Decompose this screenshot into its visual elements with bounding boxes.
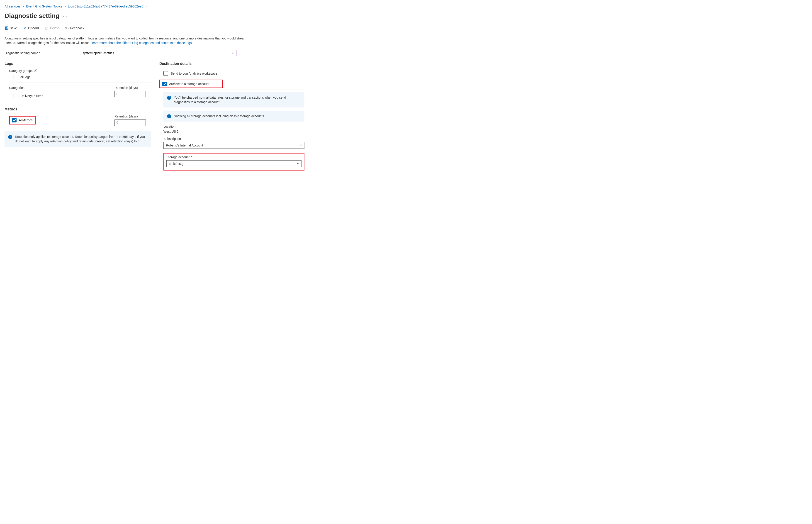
setting-name-input[interactable]	[80, 50, 236, 56]
archive-checkbox[interactable]	[162, 82, 167, 86]
feedback-label: Feedback	[70, 26, 84, 30]
breadcrumb-item-event-grid[interactable]: Event Grid System Topics	[26, 4, 62, 8]
showing-note-text: Showing all storage accounts including c…	[174, 114, 264, 118]
delivery-failures-label: DeliveryFailures	[20, 94, 43, 98]
feedback-icon	[65, 26, 69, 30]
logs-retention-label: Retention (days)	[115, 86, 151, 89]
storage-account-select[interactable]: topic01stg	[166, 160, 301, 167]
page-title: Diagnostic setting	[4, 12, 60, 19]
info-icon: i	[8, 135, 12, 139]
storage-account-value: topic01stg	[169, 162, 183, 165]
subscription-value: Roberto's Internal Account	[166, 144, 203, 147]
feedback-button[interactable]: Feedback	[65, 26, 84, 30]
location-value: West US 2	[163, 130, 304, 133]
delete-button: Delete	[45, 26, 59, 30]
chevron-right-icon: ›	[65, 4, 66, 8]
info-icon[interactable]: i	[34, 69, 37, 72]
send-law-label: Send to Log Analytics workspace	[171, 72, 217, 75]
showing-info-box: i Showing all storage accounts including…	[163, 111, 304, 121]
all-logs-label: allLogs	[20, 75, 30, 79]
charge-note-text: You'll be charged normal data rates for …	[174, 95, 301, 104]
save-icon	[4, 26, 8, 30]
retention-note-text: Retention only applies to storage accoun…	[15, 134, 147, 144]
close-icon	[23, 26, 27, 30]
breadcrumb: All services › Event Grid System Topics …	[4, 4, 808, 8]
location-label: Location	[163, 125, 304, 128]
chevron-right-icon: ›	[146, 4, 147, 8]
subscription-label: Subscription	[163, 137, 304, 141]
all-metrics-label: AllMetrics	[19, 118, 33, 122]
metrics-retention-label: Retention (days)	[115, 115, 151, 118]
all-metrics-checkbox[interactable]	[12, 118, 17, 122]
svg-point-2	[66, 27, 67, 28]
destination-section-title: Destination details	[159, 62, 304, 66]
svg-rect-1	[5, 28, 7, 30]
metrics-section-title: Metrics	[4, 107, 151, 111]
toolbar: Save Discard Delete Feedback	[4, 26, 808, 33]
learn-more-link[interactable]: Learn more about the different log categ…	[90, 41, 192, 45]
delivery-failures-checkbox[interactable]	[14, 94, 18, 98]
send-law-checkbox[interactable]	[163, 71, 168, 76]
breadcrumb-item-topic[interactable]: topic01stg-811a624a-8a77-437e-89de-dfeb5…	[68, 4, 143, 8]
archive-label: Archive to a storage account	[169, 82, 209, 86]
logs-retention-input[interactable]	[115, 91, 146, 97]
save-label: Save	[10, 26, 17, 30]
delete-label: Delete	[50, 26, 59, 30]
all-logs-checkbox[interactable]	[14, 75, 18, 79]
category-groups-label: Category groups i	[9, 69, 151, 72]
description-text: A diagnostic setting specifies a list of…	[4, 36, 249, 45]
logs-section-title: Logs	[4, 62, 151, 66]
more-actions-button[interactable]: ···	[63, 13, 68, 19]
info-icon: i	[167, 96, 171, 100]
setting-name-label: Diagnostic setting name*	[4, 51, 80, 55]
breadcrumb-item-all-services[interactable]: All services	[4, 4, 21, 8]
retention-info-box: i Retention only applies to storage acco…	[4, 131, 151, 147]
trash-icon	[45, 26, 48, 30]
charge-info-box: i You'll be charged normal data rates fo…	[163, 92, 304, 108]
categories-label: Categories	[9, 86, 115, 89]
chevron-right-icon: ›	[23, 4, 24, 8]
storage-account-label: Storage account *	[166, 155, 301, 159]
discard-label: Discard	[28, 26, 39, 30]
metrics-retention-input[interactable]	[115, 119, 146, 126]
save-button[interactable]: Save	[4, 26, 17, 30]
info-icon: i	[167, 114, 171, 118]
discard-button[interactable]: Discard	[23, 26, 39, 30]
subscription-select[interactable]: Roberto's Internal Account	[163, 142, 304, 149]
